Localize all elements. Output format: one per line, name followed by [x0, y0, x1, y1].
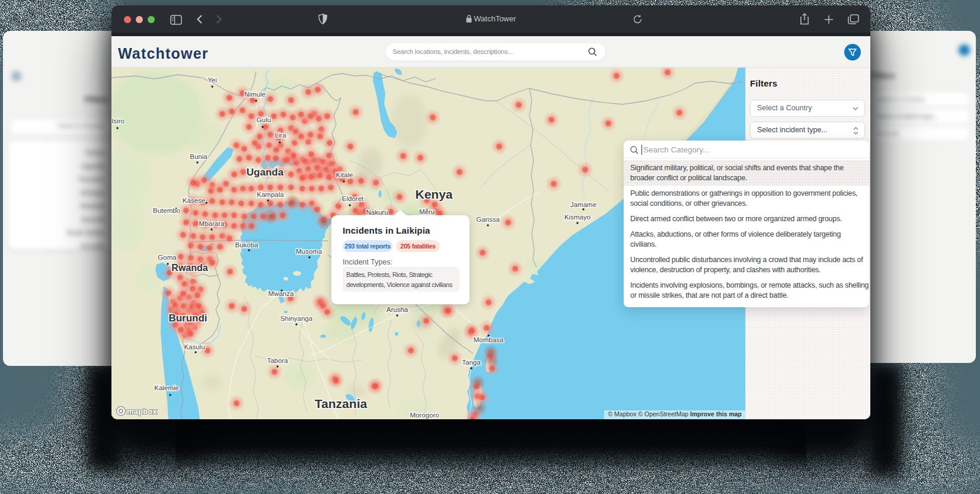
svg-text:mapbox: mapbox	[127, 407, 158, 416]
svg-text:Garissa: Garissa	[476, 216, 500, 223]
svg-text:Kasulu: Kasulu	[184, 343, 205, 350]
svg-text:Eldoret: Eldoret	[342, 195, 364, 202]
svg-text:Kismayo: Kismayo	[564, 213, 590, 221]
svg-text:Butembo: Butembo	[153, 207, 180, 214]
svg-text:Burundi: Burundi	[168, 313, 207, 324]
svg-text:Kampala: Kampala	[257, 191, 284, 198]
svg-text:Mombasa: Mombasa	[474, 336, 504, 343]
svg-text:Tabora: Tabora	[267, 357, 288, 364]
svg-text:Nimule: Nimule	[244, 91, 266, 98]
svg-text:Rwanda: Rwanda	[171, 263, 208, 273]
svg-text:Kenya: Kenya	[415, 187, 452, 201]
svg-text:Isiro: Isiro	[111, 117, 125, 125]
svg-text:Gulu: Gulu	[257, 116, 271, 123]
svg-text:Kitale: Kitale	[336, 171, 353, 179]
svg-text:Uganda: Uganda	[247, 167, 284, 178]
svg-text:Meru: Meru	[419, 208, 435, 215]
svg-text:Mwanza: Mwanza	[269, 290, 294, 297]
svg-text:Bunia: Bunia	[190, 153, 208, 160]
svg-text:Tanzania: Tanzania	[315, 397, 368, 410]
svg-text:Bukoba: Bukoba	[235, 241, 258, 248]
svg-text:Kalemie: Kalemie	[154, 384, 179, 391]
svg-text:Shinyanga: Shinyanga	[280, 315, 313, 322]
svg-text:Lira: Lira	[274, 132, 286, 139]
svg-text:Musoma: Musoma	[296, 248, 323, 255]
svg-text:Jamame: Jamame	[570, 201, 596, 208]
svg-text:Arusha: Arusha	[387, 306, 408, 313]
svg-text:Kasese: Kasese	[183, 197, 205, 204]
svg-text:Goma: Goma	[158, 254, 177, 261]
svg-text:Mbarara: Mbarara	[199, 220, 225, 227]
svg-text:Tanga: Tanga	[462, 359, 481, 366]
svg-text:Morogoro: Morogoro	[410, 412, 439, 419]
svg-text:Yei: Yei	[208, 77, 217, 84]
